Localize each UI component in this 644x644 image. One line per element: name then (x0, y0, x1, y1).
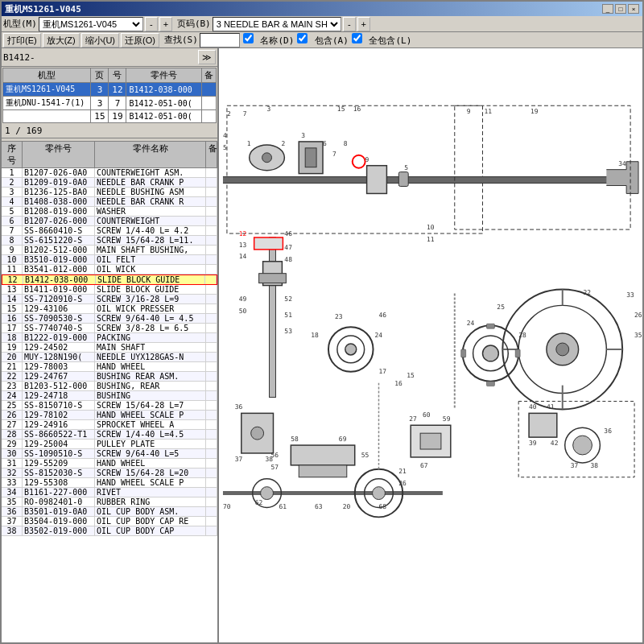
num-cell: 19 (109, 110, 126, 123)
parts-row[interactable]: 26 129-78102 HAND WHEEL SCALE P (2, 411, 217, 420)
page-add-btn[interactable]: + (357, 17, 370, 31)
parts-row[interactable]: 21 129-78003 HAND WHEEL (2, 362, 217, 372)
search-label: 查找(S) (164, 34, 198, 46)
parts-row[interactable]: 27 129-24916 SPROCKET WHEEL A (2, 420, 217, 430)
parts-row[interactable]: 30 SS-1090510-S SCREW 9/64-40 L=5 (2, 449, 217, 459)
parts-cell-note (206, 197, 217, 206)
nav-btn[interactable]: ≫ (198, 50, 216, 64)
header-name: 零件名称 (95, 142, 206, 167)
svg-text:26: 26 (634, 312, 642, 319)
svg-text:2: 2 (227, 110, 231, 118)
parts-row[interactable]: 34 B1161-227-000 RIVET (2, 488, 217, 497)
shrink-button[interactable]: 缩小(U) (81, 33, 119, 47)
parts-row[interactable]: 14 SS-7120910-S SCREW 3/16-28 L=9 (2, 295, 217, 304)
close-button[interactable]: × (628, 4, 639, 14)
source-button[interactable]: 迁原(O) (121, 33, 159, 47)
machine-row[interactable]: 重机DNU-1541-7(1) 3 7 B1412-051-00( (3, 97, 217, 110)
parts-cell-seq: 32 (2, 469, 23, 477)
machine-row[interactable]: 重机MS1261-V045 3 12 B1412-038-000 (3, 83, 217, 97)
parts-row[interactable]: 35 RO-0982401-0 RUBBER RING (2, 497, 217, 507)
parts-cell-note (206, 178, 217, 187)
page-cell: 15 (91, 110, 109, 123)
parts-row[interactable]: 5 B1208-019-000 WASHER (2, 207, 217, 217)
titlebar-buttons: _ □ × (602, 4, 639, 14)
parts-row[interactable]: 23 B1203-512-000 BUSHING, REAR (2, 382, 217, 391)
parts-row[interactable]: 11 B3541-012-000 OIL WICK (2, 265, 217, 275)
parts-cell-note (206, 382, 217, 390)
parts-cell-part: 129-25004 (23, 440, 95, 448)
svg-text:69: 69 (339, 436, 347, 443)
enlarge-button[interactable]: 放大(Z) (43, 33, 80, 47)
page-select[interactable]: 3 NEEDLE BAR & MAIN SHAFT ▼ (213, 17, 341, 31)
parts-row[interactable]: 9 B1202-512-000 MAIN SHAFT BUSHING, (2, 246, 217, 255)
svg-text:11: 11 (427, 236, 435, 243)
parts-cell-note (206, 265, 217, 274)
svg-rect-71 (291, 445, 354, 465)
machine-row[interactable]: 15 19 B1412-051-00( (3, 110, 217, 123)
parts-cell-part: B1203-512-000 (23, 382, 95, 390)
parts-row[interactable]: 12 B1412-038-000 SLIDE BLOCK GUIDE (2, 275, 217, 285)
parts-row[interactable]: 13 B1411-019-000 SLIDE BLOCK GUIDE (2, 285, 217, 295)
parts-row[interactable]: 6 B1207-026-000 COUNTERWEIGHT (2, 217, 217, 226)
parts-cell-note (206, 478, 217, 487)
parts-row[interactable]: 18 B1222-019-000 PACKING (2, 333, 217, 343)
parts-row[interactable]: 37 B3504-019-000 OIL CUP BODY CAP RE (2, 517, 217, 526)
parts-row[interactable]: 33 129-55308 HAND WHEEL SCALE P (2, 478, 217, 488)
parts-cell-seq: 15 (2, 304, 23, 313)
parts-row[interactable]: 25 SS-8150710-S SCREW 15/64-28 L=7 (2, 401, 217, 411)
parts-row[interactable]: 10 B3510-019-000 OIL FELT (2, 255, 217, 265)
partno-checkbox[interactable] (243, 33, 254, 43)
include-checkbox[interactable] (297, 33, 308, 43)
maximize-button[interactable]: □ (615, 4, 626, 14)
machine-add-btn[interactable]: + (159, 17, 172, 31)
page-minus-btn[interactable]: - (343, 17, 356, 31)
svg-text:3: 3 (267, 105, 271, 113)
parts-cell-seq: 20 (2, 353, 23, 361)
machine-select[interactable]: 重机MS1261-V045 (39, 17, 143, 31)
parts-row[interactable]: 19 129-24502 MAIN SHAFT (2, 343, 217, 353)
search-input[interactable] (200, 33, 240, 47)
parts-row[interactable]: 38 B3502-019-000 OIL CUP BODY CAP (2, 526, 217, 536)
minimize-button[interactable]: _ (602, 4, 613, 14)
parts-row[interactable]: 22 129-24767 BUSHING REAR ASM. (2, 372, 217, 382)
parts-row[interactable]: 24 129-24718 BUSHING (2, 391, 217, 401)
parts-cell-seq: 29 (2, 440, 23, 448)
main-window: 重机MS1261-V045 _ □ × 机型(M) 重机MS1261-V045 … (0, 0, 644, 644)
parts-row[interactable]: 28 SS-8660522-T1 SCREW 1/4-40 L=4.5 (2, 430, 217, 440)
parts-row[interactable]: 31 129-55209 HAND WHEEL (2, 459, 217, 469)
parts-row[interactable]: 1 B1207-026-0A0 COUNTERWEIGHT ASM. (2, 168, 217, 178)
svg-text:61: 61 (279, 503, 287, 510)
parts-list[interactable]: 序号 零件号 零件名称 备 1 B1207-026-0A0 COUNTERWEI… (2, 142, 217, 642)
machine-minus-btn[interactable]: - (145, 17, 158, 31)
full-include-checkbox[interactable] (352, 33, 362, 43)
svg-rect-116 (398, 172, 408, 187)
parts-row[interactable]: 36 B3501-019-0A0 OIL CUP BODY ASM. (2, 507, 217, 517)
svg-text:8: 8 (344, 140, 348, 147)
machine-table-container: 机型 页 号 零件号 备 重机MS1261-V045 3 12 B1412-03 (2, 67, 217, 124)
parts-cell-note (206, 246, 217, 254)
parts-row[interactable]: 32 SS-8152030-S SCREW 15/64-28 L=20 (2, 469, 217, 478)
parts-row[interactable]: 29 129-25004 PULLEY PLATE (2, 440, 217, 449)
svg-rect-40 (367, 166, 387, 194)
svg-point-34 (262, 153, 272, 163)
parts-row[interactable]: 7 SS-8660410-S SCREW 1/4-40 L= 4.2 (2, 226, 217, 236)
parts-cell-part: B1408-038-000 (23, 197, 95, 206)
parts-cell-name: NEEDLE BAR CRANK P (95, 178, 206, 187)
parts-row[interactable]: 15 129-43106 OIL WICK PRESSER (2, 304, 217, 314)
print-button[interactable]: 打印(E) (3, 33, 41, 47)
parts-cell-name: SPROCKET WHEEL A (95, 420, 206, 429)
parts-row[interactable]: 20 MUY-128N190( NEEDLE UYX128GAS-N (2, 353, 217, 362)
parts-cell-name: OIL WICK PRESSER (95, 304, 206, 313)
parts-row[interactable]: 2 B1209-019-0A0 NEEDLE BAR CRANK P (2, 178, 217, 188)
svg-text:53: 53 (284, 328, 292, 335)
svg-text:36: 36 (604, 427, 612, 435)
svg-text:37: 37 (235, 456, 243, 463)
parts-row[interactable]: 8 SS-6151220-S SCREW 15/64-28 L=11. (2, 236, 217, 246)
parts-row[interactable]: 3 B1236-125-BA0 NEEDLE BUSHING ASM (2, 188, 217, 197)
parts-row[interactable]: 17 SS-7740740-S SCREW 3/8-28 L= 6.5 (2, 324, 217, 333)
svg-text:1: 1 (247, 140, 251, 147)
parts-row[interactable]: 16 SS-7090530-S SCREW 9/64-40 L= 4.5 (2, 314, 217, 324)
parts-cell-name: SLIDE BLOCK GUIDE (95, 285, 206, 294)
parts-row[interactable]: 4 B1408-038-000 NEEDLE BAR CRANK R (2, 197, 217, 207)
parts-cell-name: NEEDLE BUSHING ASM (95, 188, 206, 196)
